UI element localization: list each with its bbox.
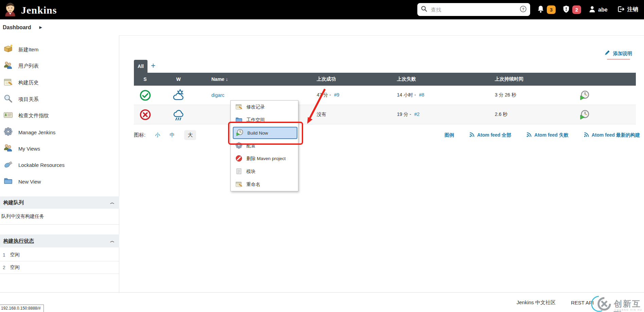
logout-icon xyxy=(617,5,625,14)
status-url-tooltip: 192.168.0.150:8888/# xyxy=(0,305,44,312)
folder-icon xyxy=(235,116,243,124)
add-description-link[interactable]: 添加说明 xyxy=(604,50,632,57)
app-title: Jenkins xyxy=(21,4,57,16)
menu-item-rename[interactable]: 重命名 xyxy=(231,178,298,191)
column-header-last-success[interactable]: 上次成功 xyxy=(306,76,386,82)
executor-status-header[interactable]: 构建执行状态 ︿ xyxy=(0,235,119,247)
sidebar-item-my-views[interactable]: My Views xyxy=(0,140,119,157)
weather-partly-cloudy-icon[interactable] xyxy=(156,88,201,102)
footer: Jenkins 中文社区 REST API xyxy=(0,292,644,312)
executor-number: 2 xyxy=(3,265,5,270)
sidebar-item-manage-jenkins[interactable]: Manage Jenkins xyxy=(0,124,119,140)
menu-item-delete[interactable]: 删除 Maven project xyxy=(231,152,298,165)
sidebar-item-label: 构建历史 xyxy=(18,80,39,86)
tab-add-label: + xyxy=(151,61,155,70)
tab-all[interactable]: All xyxy=(134,60,147,73)
column-header-weather[interactable]: W xyxy=(156,76,201,82)
search-help-icon[interactable]: ? xyxy=(520,5,527,14)
sidebar-item-label: Lockable Resources xyxy=(18,162,65,168)
sidebar-item-build-history[interactable]: 构建历史 xyxy=(0,74,119,91)
menu-item-configure[interactable]: 配置 xyxy=(231,139,298,152)
table-header: S W Name ↓ 上次成功 上次失败 上次持续时间 xyxy=(134,73,636,86)
sidebar: 新建Item 用户列表 构建历史 项目关系 检查文件指纹 Manage Jenk… xyxy=(0,35,119,292)
legend-link[interactable]: 图例 xyxy=(445,132,454,138)
column-header-name[interactable]: Name ↓ xyxy=(201,76,306,82)
icon-size-medium[interactable]: 中 xyxy=(170,132,175,138)
notifications-button[interactable]: 3 xyxy=(537,0,556,19)
sidebar-item-new-item[interactable]: 新建Item xyxy=(0,41,119,58)
menu-item-label: Build Now xyxy=(247,131,268,136)
last-success-text: 47 分 - xyxy=(317,92,331,98)
chevron-up-icon[interactable]: ︿ xyxy=(110,200,115,206)
build-queue-header[interactable]: 构建队列 ︿ xyxy=(0,196,119,209)
shield-warning-icon xyxy=(562,5,570,15)
last-failure-text: 19 分 - xyxy=(397,111,411,117)
user-icon xyxy=(589,5,596,14)
status-failed-icon[interactable] xyxy=(134,108,156,121)
last-duration-text: 2.6 秒 xyxy=(495,111,507,117)
sidebar-item-label: New View xyxy=(18,179,41,185)
usb-key-icon xyxy=(3,159,13,170)
icon-size-selector: 图标: 小 中 大 xyxy=(134,130,196,140)
tab-add-view[interactable]: + xyxy=(151,61,155,70)
icon-size-label: 图标: xyxy=(134,132,145,138)
top-bar: Jenkins ? 3 2 abe xyxy=(0,0,644,19)
schedule-build-button[interactable] xyxy=(563,90,636,101)
column-header-last-duration[interactable]: 上次持续时间 xyxy=(484,76,563,82)
job-link-digarc[interactable]: digarc xyxy=(211,92,224,98)
tab-all-label: All xyxy=(138,64,144,69)
search-box[interactable]: ? xyxy=(417,3,530,16)
weather-rain-icon[interactable] xyxy=(156,108,201,121)
menu-item-label: 删除 Maven project xyxy=(246,156,286,162)
atom-feed-all-link[interactable]: Atom feed 全部 xyxy=(469,132,511,139)
menu-item-workspace[interactable]: 工作空间 xyxy=(231,114,298,126)
pencil-icon xyxy=(604,50,610,57)
menu-item-modules[interactable]: 模块 xyxy=(231,165,298,178)
new-item-icon xyxy=(3,44,13,55)
svg-text:?: ? xyxy=(522,7,524,11)
footer-community-link[interactable]: Jenkins 中文社区 xyxy=(517,293,556,312)
executor-status-title[interactable]: 构建执行状态 xyxy=(3,238,34,244)
breadcrumb-dashboard[interactable]: Dashboard xyxy=(3,24,31,31)
build-number-link[interactable]: #8 xyxy=(419,92,424,98)
sidebar-item-user-list[interactable]: 用户列表 xyxy=(0,58,119,74)
breadcrumb-caret-icon[interactable]: ▶ xyxy=(39,25,42,30)
status-success-icon[interactable] xyxy=(134,89,156,102)
last-duration-text: 3 分 26 秒 xyxy=(495,92,516,98)
menu-item-build-now[interactable]: Build Now xyxy=(233,127,297,139)
user-menu[interactable]: abe xyxy=(589,0,608,19)
atom-feed-label: Atom feed 最新的构建 xyxy=(592,132,640,138)
build-queue-empty-text: 队列中没有构建任务 xyxy=(1,213,44,220)
sidebar-item-label: 新建Item xyxy=(18,47,38,53)
build-number-link[interactable]: #9 xyxy=(334,92,340,98)
users-icon xyxy=(3,143,13,154)
build-queue-empty: 队列中没有构建任务 xyxy=(0,209,119,225)
table-row: 没有 19 分 - #2 2.6 秒 xyxy=(134,105,636,124)
user-name: abe xyxy=(598,7,608,13)
icon-size-small[interactable]: 小 xyxy=(155,132,160,138)
security-warnings-button[interactable]: 2 xyxy=(562,0,581,19)
rss-icon xyxy=(584,132,589,139)
sidebar-item-new-view[interactable]: New View xyxy=(0,173,119,190)
job-context-menu: 修改记录 工作空间 Build Now 配置 删除 Maven project … xyxy=(230,100,298,191)
chevron-up-icon[interactable]: ︿ xyxy=(110,238,115,244)
search-icon xyxy=(421,5,428,14)
icon-size-large-selected[interactable]: 大 xyxy=(184,130,196,140)
gear-icon xyxy=(3,127,13,138)
sidebar-item-project-relationship[interactable]: 项目关系 xyxy=(0,91,119,107)
logout-button[interactable]: 注销 xyxy=(617,0,638,19)
last-success-text: 没有 xyxy=(317,111,326,117)
menu-item-changes[interactable]: 修改记录 xyxy=(231,101,298,114)
column-header-status[interactable]: S xyxy=(134,76,156,82)
watermark: 创新互联 CHUANG XIN HU LIAN xyxy=(589,296,644,312)
build-number-link[interactable]: #2 xyxy=(414,111,420,117)
sidebar-item-check-fingerprint[interactable]: 检查文件指纹 xyxy=(0,107,119,124)
atom-feed-failures-link[interactable]: Atom feed 失败 xyxy=(526,132,568,139)
atom-feed-latest-link[interactable]: Atom feed 最新的构建 xyxy=(584,132,640,139)
schedule-build-button[interactable] xyxy=(563,109,636,120)
search-input[interactable] xyxy=(430,6,520,13)
sidebar-item-lockable-resources[interactable]: Lockable Resources xyxy=(0,157,119,173)
menu-item-label: 工作空间 xyxy=(246,117,265,123)
jenkins-home-link[interactable]: Jenkins xyxy=(3,2,57,18)
column-header-last-failure[interactable]: 上次失败 xyxy=(386,76,484,82)
